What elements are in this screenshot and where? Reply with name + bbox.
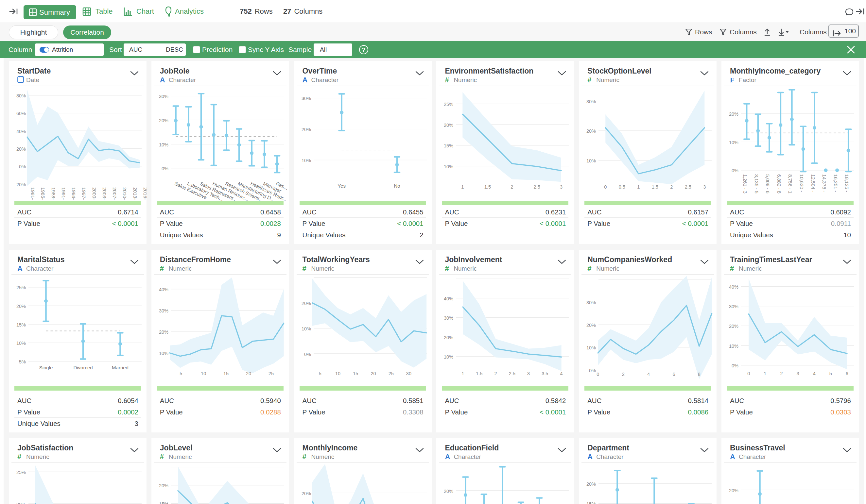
svg-text:8,756 - 1: 8,756 - 1 [788, 174, 793, 193]
svg-text:4: 4 [813, 371, 815, 376]
svg-text:40%: 40% [729, 284, 739, 289]
svg-text:30%: 30% [301, 96, 311, 101]
svg-text:0: 0 [604, 184, 607, 190]
svg-text:1994-: 1994- [71, 187, 77, 200]
svg-text:1997-: 1997- [81, 187, 87, 200]
svg-text:2: 2 [511, 184, 513, 190]
svg-text:20%: 20% [729, 488, 739, 493]
svg-text:15%: 15% [159, 501, 168, 504]
svg-text:10%: 10% [586, 158, 596, 164]
svg-text:Single: Single [39, 365, 53, 370]
svg-text:30%: 30% [586, 99, 596, 104]
svg-text:5: 5 [829, 371, 832, 376]
svg-text:20%: 20% [301, 127, 311, 132]
svg-text:20%: 20% [586, 322, 596, 327]
svg-text:15%: 15% [444, 143, 453, 148]
svg-text:2007-: 2007- [112, 187, 118, 200]
svg-text:30%: 30% [159, 308, 168, 313]
svg-text:20%: 20% [16, 502, 26, 504]
svg-text:1: 1 [462, 184, 464, 190]
svg-text:1988-: 1988- [51, 187, 56, 200]
svg-text:10%: 10% [444, 164, 453, 169]
svg-text:20%: 20% [159, 118, 168, 123]
svg-text:10%: 10% [729, 343, 739, 348]
svg-text:1: 1 [462, 371, 464, 376]
svg-text:3.5: 3.5 [542, 371, 548, 376]
svg-text:5: 5 [319, 371, 321, 376]
svg-text:3,135 - 5: 3,135 - 5 [754, 174, 759, 193]
svg-text:Yes: Yes [337, 183, 345, 189]
svg-text:4: 4 [560, 371, 563, 376]
svg-text:20%: 20% [16, 146, 26, 152]
svg-text:3: 3 [560, 184, 563, 190]
svg-text:8: 8 [698, 372, 700, 377]
svg-text:2: 2 [780, 371, 782, 376]
svg-text:25: 25 [268, 371, 274, 376]
svg-text:2: 2 [495, 371, 497, 376]
svg-text:15%: 15% [586, 501, 596, 504]
svg-text:No: No [394, 183, 400, 189]
svg-text:2016-: 2016- [143, 187, 146, 200]
svg-text:20: 20 [370, 371, 376, 376]
svg-text:5%: 5% [19, 359, 26, 364]
svg-text:4: 4 [647, 372, 650, 377]
svg-text:-20%: -20% [15, 182, 26, 187]
svg-text:10%: 10% [729, 140, 739, 145]
svg-text:30: 30 [406, 371, 411, 376]
svg-text:15: 15 [223, 371, 229, 376]
svg-text:0%: 0% [589, 368, 596, 373]
svg-text:40%: 40% [444, 296, 453, 301]
svg-text:0: 0 [747, 371, 750, 376]
svg-text:30%: 30% [586, 300, 596, 305]
svg-text:30%: 30% [159, 94, 168, 99]
svg-text:Married: Married [112, 365, 129, 370]
svg-text:6: 6 [673, 372, 675, 377]
svg-text:20%: 20% [586, 128, 596, 134]
svg-text:3: 3 [797, 371, 799, 376]
svg-text:10%: 10% [586, 345, 596, 350]
svg-text:20%: 20% [444, 489, 453, 494]
svg-text:40%: 40% [159, 287, 168, 292]
svg-text:6: 6 [846, 371, 848, 376]
svg-text:0%: 0% [19, 164, 26, 169]
svg-text:2.5: 2.5 [685, 184, 691, 190]
svg-text:30%: 30% [444, 315, 453, 321]
svg-text:25%: 25% [16, 470, 26, 475]
svg-text:3: 3 [527, 371, 530, 376]
svg-text:25%: 25% [16, 285, 26, 290]
svg-text:10%: 10% [159, 142, 168, 147]
svg-text:10%: 10% [159, 351, 168, 356]
svg-text:10: 10 [335, 371, 341, 376]
svg-text:10%: 10% [444, 354, 453, 359]
svg-text:20%: 20% [159, 483, 168, 488]
svg-text:15%: 15% [16, 322, 26, 327]
svg-text:10,630 -: 10,630 - [799, 174, 804, 192]
svg-text:1991-: 1991- [61, 187, 66, 200]
svg-text:2010-: 2010- [122, 187, 127, 200]
svg-text:6,882 - 8: 6,882 - 8 [776, 174, 782, 193]
svg-text:60%: 60% [16, 111, 26, 116]
svg-text:2000-: 2000- [91, 187, 97, 200]
svg-text:2013-: 2013- [132, 187, 138, 200]
svg-text:20%: 20% [301, 301, 311, 306]
svg-text:0%: 0% [304, 351, 311, 357]
svg-text:20%: 20% [159, 329, 168, 335]
svg-text:3: 3 [703, 184, 706, 190]
svg-text:20%: 20% [444, 123, 453, 128]
svg-text:1981-: 1981- [30, 187, 36, 200]
svg-text:25: 25 [388, 371, 393, 376]
svg-text:5,009 - 6: 5,009 - 6 [765, 174, 770, 193]
svg-text:30%: 30% [729, 304, 739, 309]
svg-text:1.5: 1.5 [476, 371, 483, 376]
svg-text:20%: 20% [729, 324, 739, 329]
svg-text:1.5: 1.5 [484, 184, 491, 190]
svg-text:20%: 20% [729, 111, 739, 117]
svg-text:2003-: 2003- [102, 187, 107, 200]
svg-text:1,261 - 3: 1,261 - 3 [742, 174, 748, 193]
svg-text:20%: 20% [586, 481, 596, 487]
svg-text:0%: 0% [732, 363, 739, 368]
svg-text:18,125 -: 18,125 - [844, 174, 850, 192]
svg-text:10%: 10% [301, 326, 311, 331]
svg-text:1: 1 [637, 184, 640, 190]
svg-text:0: 0 [597, 372, 599, 377]
